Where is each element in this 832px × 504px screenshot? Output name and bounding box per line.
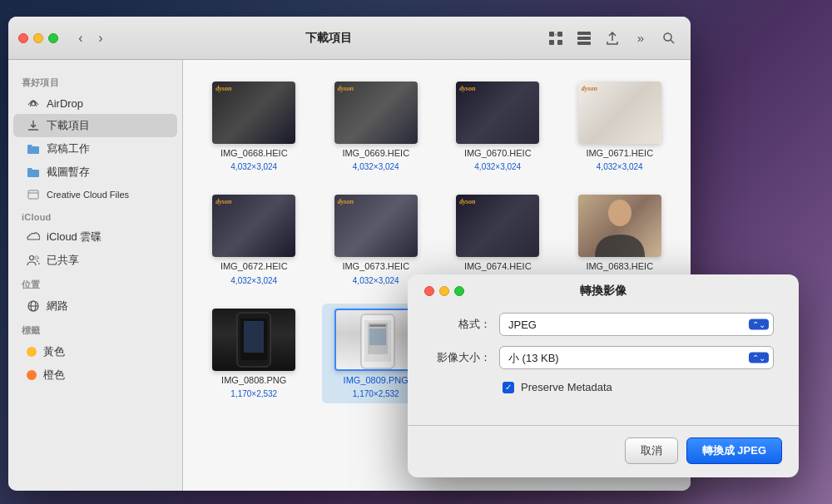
file-name: IMG_0809.PNG xyxy=(344,374,409,386)
folder-writing-icon xyxy=(27,142,40,156)
format-select[interactable]: JPEG PNG HEIF TIFF xyxy=(499,313,774,336)
sidebar-item-downloads-label: 下載項目 xyxy=(47,118,90,133)
convert-button[interactable]: 轉換成 JPEG xyxy=(686,437,782,464)
dialog-separator xyxy=(408,425,799,426)
downloads-icon xyxy=(27,119,40,132)
size-select[interactable]: 小 (13 KB) 中 (52 KB) 大 (208 KB) 實際大小 xyxy=(499,346,774,369)
sidebar-item-orange[interactable]: 橙色 xyxy=(13,363,177,387)
thumb-brand-label: dyson xyxy=(215,198,231,205)
sidebar-item-writing-label: 寫稿工作 xyxy=(47,141,90,156)
tags-section-title: 標籤 xyxy=(8,318,182,340)
file-item[interactable]: dyson IMG_0671.HEIC 4,032×3,024 xyxy=(566,77,675,176)
creative-cloud-icon xyxy=(27,188,40,201)
locations-section-title: 位置 xyxy=(8,272,182,294)
svg-rect-2 xyxy=(549,40,554,45)
file-size: 4,032×3,024 xyxy=(474,162,521,171)
file-thumbnail xyxy=(578,195,661,257)
sidebar-item-airdrop-label: AirDrop xyxy=(47,97,83,110)
svg-point-12 xyxy=(30,256,34,260)
thumb-brand-label: dyson xyxy=(459,85,475,92)
view-list-icon[interactable] xyxy=(572,27,596,50)
window-title: 下載項目 xyxy=(120,31,537,46)
sidebar-item-icloud-drive[interactable]: iCloud 雲碟 xyxy=(13,225,177,249)
file-item[interactable]: dyson IMG_0670.HEIC 4,032×3,024 xyxy=(443,77,552,176)
fullscreen-button[interactable] xyxy=(48,33,58,43)
yellow-tag-dot xyxy=(27,347,37,357)
file-thumbnail: dyson xyxy=(578,82,661,144)
size-row: 影像大小： 小 (13 KB) 中 (52 KB) 大 (208 KB) 實際大… xyxy=(433,346,774,369)
svg-rect-24 xyxy=(369,324,386,327)
file-name: IMG_0670.HEIC xyxy=(464,147,532,159)
sidebar-item-orange-label: 橙色 xyxy=(43,368,65,383)
search-icon[interactable] xyxy=(657,27,681,50)
preserve-metadata-label: Preserve Metadata xyxy=(521,381,612,393)
toolbar-actions: » xyxy=(544,27,681,50)
preserve-metadata-row: ✓ Preserve Metadata xyxy=(503,381,774,393)
sidebar-item-writing[interactable]: 寫稿工作 xyxy=(13,137,177,161)
svg-point-17 xyxy=(608,200,631,226)
file-thumbnail: dyson xyxy=(334,82,418,144)
svg-point-13 xyxy=(35,256,38,259)
svg-rect-4 xyxy=(577,32,591,35)
svg-rect-1 xyxy=(557,32,562,37)
sidebar-item-icloud-label: iCloud 雲碟 xyxy=(47,230,102,245)
sidebar-item-screenshots[interactable]: 截圖暫存 xyxy=(13,161,177,184)
file-name: IMG_0673.HEIC xyxy=(342,260,409,272)
icloud-icon xyxy=(27,230,40,244)
convert-dialog: 轉換影像 格式： JPEG PNG HEIF TIFF ⌃⌄ 影像大小： 小 (… xyxy=(408,274,799,477)
format-row: 格式： JPEG PNG HEIF TIFF ⌃⌄ xyxy=(433,313,774,336)
file-item[interactable]: IMG_0808.PNG 1,170×2,532 xyxy=(200,304,309,403)
forward-button[interactable]: › xyxy=(92,29,110,47)
svg-rect-20 xyxy=(244,321,264,353)
sidebar-item-yellow-label: 黃色 xyxy=(43,344,65,359)
format-label: 格式： xyxy=(433,317,491,332)
dialog-titlebar: 轉換影像 xyxy=(408,274,799,304)
file-thumbnail: dyson xyxy=(212,82,295,144)
sidebar-item-network-label: 網路 xyxy=(47,299,68,314)
sidebar-item-network[interactable]: 網路 xyxy=(13,294,177,318)
file-name: IMG_0672.HEIC xyxy=(220,260,288,272)
sidebar-item-creative-cloud[interactable]: Creative Cloud Files xyxy=(13,184,177,205)
file-name: IMG_0669.HEIC xyxy=(342,147,409,159)
icloud-section-title: iCloud xyxy=(8,205,182,225)
cancel-button[interactable]: 取消 xyxy=(625,437,678,464)
sidebar-item-downloads[interactable]: 下載項目 xyxy=(13,114,177,137)
file-name: IMG_0808.PNG xyxy=(221,374,286,386)
file-thumbnail xyxy=(334,309,418,371)
file-size: 4,032×3,024 xyxy=(597,162,643,171)
back-button[interactable]: ‹ xyxy=(72,29,90,47)
share-icon[interactable] xyxy=(601,27,624,50)
file-thumbnail: dyson xyxy=(334,195,418,257)
minimize-button[interactable] xyxy=(33,33,43,43)
size-label: 影像大小： xyxy=(433,350,491,365)
close-button[interactable] xyxy=(18,33,28,43)
preserve-metadata-checkbox[interactable]: ✓ xyxy=(503,382,514,393)
sidebar-item-shared[interactable]: 已共享 xyxy=(13,249,177,272)
file-size: 4,032×3,024 xyxy=(353,276,399,285)
thumb-brand-label: dyson xyxy=(215,85,231,92)
traffic-lights xyxy=(18,33,58,43)
orange-tag-dot xyxy=(27,370,37,380)
airdrop-icon xyxy=(27,96,40,110)
sidebar-item-airdrop[interactable]: AirDrop xyxy=(13,92,177,114)
thumb-brand-label: dyson xyxy=(338,85,354,92)
file-thumbnail xyxy=(212,309,295,371)
svg-line-8 xyxy=(671,40,674,43)
dialog-buttons: 取消 轉換成 JPEG xyxy=(408,437,799,477)
format-select-wrapper: JPEG PNG HEIF TIFF ⌃⌄ xyxy=(499,313,774,336)
svg-rect-3 xyxy=(557,40,562,45)
sidebar-item-cc-label: Creative Cloud Files xyxy=(47,190,129,200)
file-name: IMG_0674.HEIC xyxy=(464,260,532,272)
view-grid-icon[interactable] xyxy=(544,27,567,50)
favorites-section-title: 喜好項目 xyxy=(8,70,182,92)
sidebar-item-yellow[interactable]: 黃色 xyxy=(13,340,177,363)
thumb-brand-label: dyson xyxy=(338,198,354,205)
file-item[interactable]: dyson IMG_0672.HEIC 4,032×3,024 xyxy=(200,190,309,289)
file-item[interactable]: dyson IMG_0668.HEIC 4,032×3,024 xyxy=(200,77,309,176)
svg-rect-5 xyxy=(577,37,591,40)
folder-screenshots-icon xyxy=(27,166,40,179)
more-icon[interactable]: » xyxy=(629,27,652,50)
file-size: 1,170×2,532 xyxy=(353,389,399,398)
svg-point-7 xyxy=(664,33,671,41)
file-item[interactable]: dyson IMG_0669.HEIC 4,032×3,024 xyxy=(322,77,431,176)
